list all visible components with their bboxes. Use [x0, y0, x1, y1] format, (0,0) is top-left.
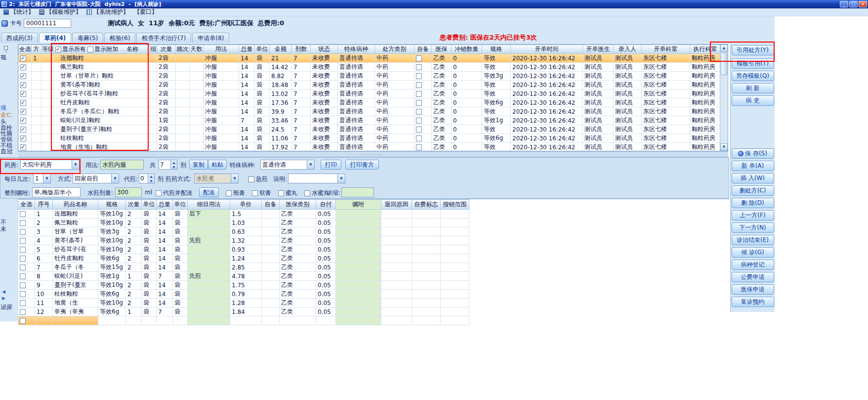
cell-selfcb[interactable] — [414, 116, 432, 125]
column-header[interactable]: 录入人 — [614, 45, 642, 54]
self-provided-checkbox[interactable] — [416, 127, 422, 133]
cell-cb[interactable] — [18, 245, 35, 254]
tab-active[interactable]: 草药(4) — [39, 33, 71, 43]
row-checkbox[interactable] — [20, 273, 26, 279]
row-checkbox[interactable] — [20, 229, 26, 235]
row-checkbox[interactable] — [20, 211, 26, 217]
column-header[interactable]: 等级 — [41, 45, 53, 54]
column-header[interactable]: 频次 — [176, 45, 190, 54]
cell-cb[interactable] — [19, 143, 32, 152]
detail-row[interactable]: 5炒苍耳子(苍等效10g2袋14袋0.93乙类0.05 — [18, 245, 469, 254]
detail-row[interactable]: 10桂枝颗粒等效6g2袋14袋0.79乙类0.05 — [18, 290, 469, 299]
cell-selfcb[interactable] — [414, 81, 432, 89]
cell-selfcb[interactable] — [414, 54, 432, 63]
med-row[interactable]: 冬瓜子（冬瓜仁）颗粒2袋冲服14袋39.97未收费普通待遇中药乙类0等效2020… — [19, 107, 721, 116]
action-button[interactable]: 新 单(A) — [732, 161, 774, 171]
self-provided-checkbox[interactable] — [416, 109, 422, 115]
column-header[interactable]: 次量 — [126, 200, 142, 210]
column-header[interactable]: 显示所有显示附加名称 — [53, 45, 150, 54]
row-checkbox[interactable] — [20, 100, 26, 106]
detail-row[interactable]: 3甘草（甘草等效3g2袋14袋0.63乙类0.05 — [18, 227, 469, 236]
column-header[interactable]: 自备 — [262, 200, 280, 210]
cell-cb[interactable] — [18, 272, 35, 281]
detail-row[interactable]: 7冬瓜子（冬等效15g2袋14袋2.85乙类0.05 — [18, 263, 469, 272]
column-header[interactable]: 特殊病种 — [338, 45, 375, 54]
column-header[interactable]: 金额 — [270, 45, 292, 54]
column-header[interactable]: 细目用法 — [188, 200, 230, 210]
detail-row[interactable]: 12辛夷（辛夷等效6g1袋7袋1.84乙类0.05 — [18, 308, 469, 316]
column-header[interactable]: 规格 — [482, 45, 511, 54]
self-provided-checkbox[interactable] — [416, 135, 422, 141]
self-provided-checkbox[interactable] — [416, 118, 422, 124]
action-button[interactable]: 删 除(D) — [732, 198, 774, 208]
volume-input[interactable] — [115, 187, 142, 197]
cell-selfcb[interactable] — [414, 89, 432, 98]
menu-item[interactable]: 【模板维护】 — [37, 8, 84, 16]
row-checkbox[interactable] — [20, 73, 26, 79]
tab-item[interactable]: 检查手术治疗(7) — [136, 33, 191, 43]
daijian-stepper[interactable]: ▲▼ — [139, 174, 155, 183]
self-provided-checkbox[interactable] — [416, 64, 422, 70]
urgent-checkbox[interactable] — [248, 177, 254, 182]
column-header[interactable]: 序号 — [35, 200, 53, 210]
cell-cb[interactable] — [18, 263, 35, 272]
stepper-arrows-icon[interactable]: ▲▼ — [170, 160, 177, 169]
action-button[interactable]: 删处方(C) — [732, 185, 774, 196]
column-header[interactable]: 总量 — [239, 45, 255, 54]
form-option-checkbox[interactable] — [278, 190, 284, 196]
form-option[interactable]: 瓶膏 — [226, 189, 245, 197]
close-button[interactable]: × — [859, 1, 867, 7]
column-header[interactable]: 单位 — [255, 45, 270, 54]
cell-cb[interactable] — [18, 227, 35, 236]
card-number-input[interactable] — [24, 19, 71, 28]
med-row[interactable]: 1连翘颗粒2袋冲服14袋217未收费普通待遇中药乙类0等效2020-12-30 … — [19, 54, 721, 63]
cell-cb[interactable] — [18, 290, 35, 299]
cell-cb[interactable] — [19, 54, 32, 63]
delivery-button[interactable]: 配送 — [199, 187, 219, 197]
row-checkbox[interactable] — [20, 118, 26, 124]
note-select[interactable]: ▼ — [288, 174, 345, 183]
special-disease-select[interactable]: 普通待遇 ▼ — [260, 160, 315, 170]
row-checkbox[interactable] — [20, 318, 26, 324]
med-row[interactable]: 蔓荆子(蔓京子)颗粒2袋冲服14袋24.57未收费普通待遇中药乙类0等效2020… — [19, 125, 721, 134]
cell-cb[interactable] — [18, 308, 35, 316]
column-header[interactable]: 执行科室 — [690, 45, 721, 54]
form-option-checkbox[interactable] — [304, 190, 310, 196]
med-row[interactable]: 桂枝颗粒2袋冲服14袋11.067未收费普通待遇中药乙类0等效6g2020-12… — [19, 134, 721, 143]
chevron-down-icon[interactable]: ▼ — [43, 174, 50, 183]
cell-cb[interactable] — [18, 254, 35, 263]
scroll-down-icon[interactable]: ▼ — [720, 143, 728, 151]
column-header[interactable]: 冲销数量 — [452, 45, 482, 54]
row-checkbox[interactable] — [20, 256, 26, 262]
new-entry-row[interactable] — [18, 316, 469, 325]
chevron-down-icon[interactable]: ▼ — [72, 160, 79, 169]
action-button[interactable]: 诊治结束(E) — [732, 235, 774, 245]
med-row[interactable]: 佩兰颗粒2袋冲服14袋14.427未收费普通待遇中药乙类0等效2020-12-3… — [19, 63, 721, 72]
chevron-down-icon[interactable]: ▼ — [111, 174, 119, 183]
row-checkbox[interactable] — [20, 64, 26, 70]
print-button[interactable]: 打印 — [321, 160, 341, 170]
tab-item[interactable]: 检验(6) — [104, 33, 135, 43]
column-header[interactable]: 状态 — [311, 45, 338, 54]
form-option-checkbox[interactable] — [226, 190, 232, 196]
row-checkbox[interactable] — [20, 282, 26, 288]
row-checkbox[interactable] — [20, 127, 26, 133]
row-checkbox[interactable] — [20, 144, 26, 150]
column-header[interactable]: 自费标志 — [412, 200, 441, 210]
copy-button[interactable]: 复制 — [189, 160, 208, 170]
show-all-checkbox[interactable] — [55, 46, 61, 52]
concentrate-input[interactable] — [341, 187, 374, 197]
detail-row[interactable]: 4黄芩(条芩)等效10g2袋14袋先煎1.32乙类0.05 — [18, 236, 469, 245]
column-header[interactable]: 组 — [150, 45, 157, 54]
ji-count-stepper[interactable]: ▲▼ — [159, 160, 177, 170]
chevron-down-icon[interactable]: ▼ — [307, 160, 314, 169]
row-checkbox[interactable] — [20, 309, 26, 315]
show-extra-checkbox[interactable] — [87, 46, 93, 52]
column-header[interactable]: 总量 — [157, 200, 173, 210]
self-provided-checkbox[interactable] — [416, 82, 422, 88]
column-header[interactable]: 剂数 — [292, 45, 311, 54]
delivery-checkbox[interactable] — [156, 190, 162, 196]
self-provided-checkbox[interactable] — [416, 91, 422, 97]
column-header[interactable]: 次量 — [157, 45, 176, 54]
self-provided-checkbox[interactable] — [416, 55, 422, 61]
